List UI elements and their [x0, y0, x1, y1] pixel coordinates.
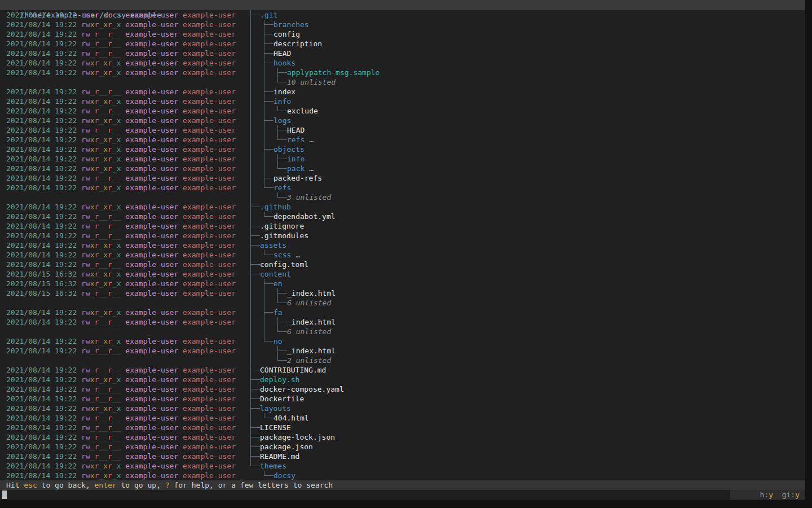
permissions: rw_r__r__: [81, 366, 121, 374]
tree-row[interactable]: 2021/08/14 19:22 rw_r__r__ example-user …: [0, 106, 805, 116]
dir-name: docsy: [273, 471, 295, 480]
tree-row[interactable]: 2021/08/14 19:22 rw_r__r__ example-user …: [0, 125, 805, 135]
group: example-user: [183, 20, 236, 29]
search-input[interactable]: h:y gi:y: [0, 490, 805, 500]
tree-row[interactable]: 6 unlisted: [0, 298, 805, 308]
tree-row[interactable]: 2021/08/14 19:22 rw_r__r__ example-user …: [0, 173, 805, 183]
file-metadata: 2021/08/14 19:22 rwxr_xr_x example-user …: [0, 404, 250, 413]
file-metadata: 2021/08/14 19:22 rwxr_xr_x example-user …: [0, 308, 250, 317]
tree-row[interactable]: 2021/08/14 19:22 rwxr_xr_x example-user …: [0, 144, 805, 154]
tree-row[interactable]: 2021/08/14 19:22 rw_r__r__ example-user …: [0, 442, 805, 452]
tree-row[interactable]: 2021/08/14 19:22 rw_r__r__ example-user …: [0, 49, 805, 58]
owner: example-user: [125, 462, 178, 470]
tree-row[interactable]: 2021/08/14 19:22 rwxr_xr_x example-user …: [0, 240, 805, 250]
dir-name: logs: [273, 116, 291, 125]
permissions: rwxr_xr_x: [81, 308, 121, 317]
tree-row[interactable]: 2021/08/14 19:22 rwxr_xr_x example-user …: [0, 164, 805, 173]
tree-row[interactable]: 2021/08/14 19:22 rwxr_xr_x example-user …: [0, 461, 805, 471]
tree-row[interactable]: 2021/08/15 16:32 rwxr_xr_x example-user …: [0, 269, 805, 279]
tree-line: [250, 423, 260, 432]
owner: example-user: [125, 212, 178, 221]
tree-branch: branches: [250, 20, 805, 29]
tree-row[interactable]: 2021/08/14 19:22 rw_r__r__ example-user …: [0, 346, 805, 356]
tree-row[interactable]: 2021/08/14 19:22 rw_r__r__ example-user …: [0, 87, 805, 97]
tree-row[interactable]: 3 unlisted: [0, 192, 805, 202]
tree-row[interactable]: 2021/08/14 19:22 rw_r__r__ example-user …: [0, 452, 805, 461]
tree-line: [250, 442, 260, 452]
owner: example-user: [125, 260, 178, 269]
tree-line: [250, 404, 260, 413]
file-name: _index.html: [287, 288, 336, 298]
owner: example-user: [125, 49, 178, 58]
modified-date: 2021/08/14 19:22: [6, 471, 77, 480]
permissions: rw_r__r__: [81, 443, 121, 451]
tree-line: [250, 240, 260, 250]
tree-line: [264, 125, 277, 135]
tree-row[interactable]: 2021/08/14 19:22 rwxr_xr_x example-user …: [0, 336, 805, 346]
permissions: rwxr_xr_x: [81, 155, 121, 163]
tree-row[interactable]: 2021/08/14 19:22 rw_r__r__ example-user …: [0, 29, 805, 39]
tree-row[interactable]: 2021/08/14 19:22 rw_r__r__ example-user …: [0, 221, 805, 231]
tree-row[interactable]: 2021/08/14 19:22 rw_r__r__ example-user …: [0, 432, 805, 442]
tree-row[interactable]: 2021/08/14 19:22 rw_r__r__ example-user …: [0, 365, 805, 375]
tree-row[interactable]: 2021/08/14 19:22 rw_r__r__ example-user …: [0, 231, 805, 240]
tree-row[interactable]: 2021/08/14 19:22 rw_r__r__ example-user …: [0, 39, 805, 49]
owner: example-user: [125, 347, 178, 355]
tree-branch: assets: [250, 240, 805, 250]
dir-name: layouts: [260, 404, 291, 413]
tree-row[interactable]: 2021/08/14 19:22 rw_r__r__ example-user …: [0, 394, 805, 404]
tree-row[interactable]: 2021/08/14 19:22 rwxr_xr_x example-user …: [0, 135, 805, 144]
dir-name: refs: [273, 183, 291, 192]
tree-row[interactable]: 2021/08/14 19:22 rwxr_xr_x example-user …: [0, 10, 805, 20]
tree-line: [264, 413, 273, 423]
owner: example-user: [125, 40, 178, 48]
tree-row[interactable]: 2021/08/14 19:22 rwxr_xr_x example-user …: [0, 375, 805, 384]
file-metadata: 2021/08/14 19:22 rwxr_xr_x example-user …: [0, 20, 250, 29]
tree-line: [277, 356, 287, 365]
group: example-user: [183, 97, 236, 106]
tree-row[interactable]: 2021/08/14 19:22 rwxr_xr_x example-user …: [0, 116, 805, 125]
file-metadata: 2021/08/15 16:32 rw_r__r__ example-user …: [0, 288, 250, 298]
tree-row[interactable]: 2021/08/14 19:22 rw_r__r__ example-user …: [0, 317, 805, 327]
group: example-user: [183, 212, 236, 221]
owner: example-user: [125, 270, 178, 278]
tree-row[interactable]: 2021/08/14 19:22 rwxr_xr_x example-user …: [0, 308, 805, 317]
tree-row[interactable]: 2021/08/14 19:22 rwxr_xr_x example-user …: [0, 202, 805, 212]
tree-line: [250, 192, 264, 202]
tree-line: [250, 461, 260, 471]
tree-line: [277, 68, 287, 77]
tree-branch: config: [250, 29, 805, 39]
tree-row[interactable]: 2021/08/14 19:22 rwxr_xr_x example-user …: [0, 183, 805, 192]
unlisted-count: 6 unlisted: [287, 298, 331, 308]
tree-row[interactable]: 2021/08/14 19:22 rwxr_xr_x example-user …: [0, 58, 805, 68]
file-metadata: 2021/08/14 19:22 rwxr_xr_x example-user …: [0, 336, 250, 346]
tree-row[interactable]: 2021/08/15 16:32 rw_r__r__ example-user …: [0, 288, 805, 298]
tree-row[interactable]: 2021/08/15 16:32 rwxr_xr_x example-user …: [0, 279, 805, 288]
file-metadata: 2021/08/15 16:32 rwxr_xr_x example-user …: [0, 279, 250, 288]
tree-row[interactable]: 6 unlisted: [0, 327, 805, 336]
tree-row[interactable]: 2021/08/14 19:22 rwxr_xr_x example-user …: [0, 97, 805, 106]
tree-row[interactable]: 2021/08/14 19:22 rw_r__r__ example-user …: [0, 423, 805, 432]
modified-date: 2021/08/14 19:22: [6, 443, 77, 451]
root-path-bar[interactable]: /home/example-user/docsy-example: [0, 0, 805, 10]
tree-line: [264, 336, 273, 346]
tree-row[interactable]: 2021/08/14 19:22 rw_r__r__ example-user …: [0, 384, 805, 394]
unlisted-count: 3 unlisted: [287, 192, 331, 202]
tree-branch: refs …: [250, 135, 805, 144]
tree-row[interactable]: 2021/08/14 19:22 rw_r__r__ example-user …: [0, 212, 805, 221]
tree-row[interactable]: 2021/08/14 19:22 rw_r__r__ example-user …: [0, 260, 805, 269]
modified-date: 2021/08/14 19:22: [6, 366, 77, 374]
tree-branch: .gitmodules: [250, 231, 805, 240]
tree-row[interactable]: 2021/08/14 19:22 rwxr_xr_x example-user …: [0, 404, 805, 413]
tree-row[interactable]: 2021/08/14 19:22 rwxr_xr_x example-user …: [0, 20, 805, 29]
file-name: package-lock.json: [260, 432, 335, 442]
tree-row[interactable]: 2 unlisted: [0, 356, 805, 365]
tree-row[interactable]: 2021/08/14 19:22 rwxr_xr_x example-user …: [0, 250, 805, 260]
tree-line: [277, 288, 287, 298]
tree-row[interactable]: 2021/08/14 19:22 rwxr_xr_x example-user …: [0, 471, 805, 480]
tree-row[interactable]: 2021/08/14 19:22 rw_r__r__ example-user …: [0, 413, 805, 423]
tree-row[interactable]: 10 unlisted: [0, 77, 805, 87]
tree-branch: 404.html: [250, 413, 805, 423]
tree-row[interactable]: 2021/08/14 19:22 rwxr_xr_x example-user …: [0, 68, 805, 77]
tree-row[interactable]: 2021/08/14 19:22 rwxr_xr_x example-user …: [0, 154, 805, 164]
